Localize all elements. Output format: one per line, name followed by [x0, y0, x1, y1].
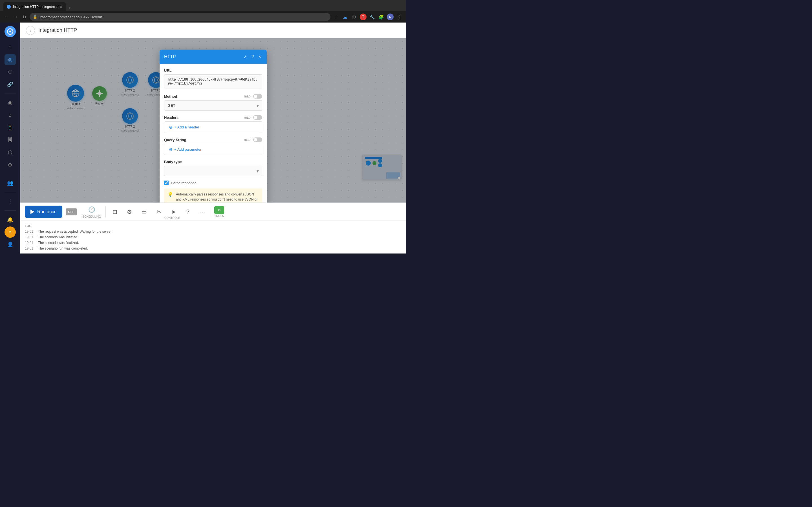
parse-response-label[interactable]: Parse response	[171, 181, 197, 185]
extension-icon-4[interactable]: 🔧	[369, 13, 375, 20]
tab-close-btn[interactable]: ×	[60, 4, 62, 9]
headers-map-label: map:	[244, 115, 252, 119]
sidebar-item-connections[interactable]: 🔗	[4, 79, 16, 90]
settings-icon[interactable]: ⚙	[125, 207, 134, 216]
reload-button[interactable]: ↻	[21, 13, 28, 21]
url-input[interactable]: http://188.166.206.43/MfB7F4pqcpyRrv0dKz…	[164, 74, 262, 89]
body-type-section: Body type Raw Form data Multipart/form-d…	[164, 160, 262, 176]
sidebar-item-team[interactable]: ⚇	[4, 66, 16, 78]
parse-response-checkbox[interactable]	[164, 180, 168, 185]
add-parameter-button[interactable]: ⊕ + Add parameter	[164, 144, 262, 155]
sidebar: ⌂ ◎ ⚇ 🔗 ◉ ⚷ 📱 🗄 ⬡ ⊕ 👥 ⋮ 🔔 ? 👤	[0, 22, 20, 253]
canvas-area[interactable]: HTTP 1 Make a request Router	[20, 38, 406, 203]
query-map-toggle: map:	[244, 137, 262, 142]
method-map-toggle: map:	[244, 94, 262, 99]
query-toggle-switch[interactable]	[253, 137, 262, 142]
extension-icon-2[interactable]: ⚙	[351, 13, 357, 20]
back-arrow-icon: ‹	[30, 28, 31, 33]
sidebar-item-home[interactable]: ⌂	[4, 42, 16, 53]
app-layout: ⌂ ◎ ⚇ 🔗 ◉ ⚷ 📱 🗄 ⬡ ⊕ 👥 ⋮ 🔔 ? 👤 ‹ Integrat…	[0, 22, 406, 253]
tools-section: ⚙ TOOLS	[214, 206, 224, 217]
cut-icon[interactable]: ✂	[154, 207, 163, 216]
new-tab-button[interactable]: +	[66, 5, 73, 11]
notes-icon[interactable]: ▭	[140, 207, 149, 216]
headers-label: Headers	[164, 115, 179, 120]
sidebar-item-globe[interactable]: ◉	[4, 97, 16, 108]
controls-run-btn: ➤	[169, 207, 178, 216]
more-icon[interactable]: ⋯	[198, 207, 207, 216]
run-once-button[interactable]: Run once	[25, 206, 62, 218]
extension-icon-3[interactable]: T	[360, 13, 366, 20]
sidebar-item-avatar[interactable]: 👤	[4, 239, 16, 250]
sidebar-item-data-stores[interactable]: 🗄	[4, 134, 16, 146]
lock-icon: 🔒	[33, 15, 37, 19]
query-label: Query String	[164, 138, 186, 142]
user-account-icon[interactable]: N	[387, 13, 394, 20]
parse-response-info-box: 💡 Automatically parses responses and con…	[164, 188, 262, 203]
tools-button[interactable]: ⚙	[214, 206, 224, 214]
sidebar-divider-2	[4, 192, 16, 192]
body-type-select-wrapper: Raw Form data Multipart/form-data	[164, 166, 262, 176]
active-tab[interactable]: Integration HTTP | Integromat ×	[3, 2, 66, 11]
parse-response-info-text: Automatically parses responses and conve…	[176, 192, 259, 203]
history-icon[interactable]: ⊡	[110, 207, 119, 216]
log-time-2: 19:01	[25, 235, 35, 239]
body-type-select[interactable]: Raw Form data Multipart/form-data	[164, 166, 262, 176]
extension-icon-5[interactable]: 🧩	[378, 13, 385, 20]
sidebar-bottom: 👥 ⋮ 🔔 ? 👤	[4, 177, 16, 250]
info-icon: 💡	[167, 192, 173, 203]
help-icon[interactable]: ?	[184, 207, 193, 216]
menu-icon[interactable]: ⋮	[396, 13, 403, 20]
run-once-label: Run once	[37, 209, 57, 214]
address-text: integromat.com/scenario/1955102/edit	[40, 15, 102, 19]
back-button[interactable]: ←	[3, 13, 10, 20]
sidebar-item-bell[interactable]: 🔔	[4, 214, 16, 225]
page-header: ‹ Integration HTTP	[20, 22, 406, 38]
sidebar-item-users[interactable]: 👥	[4, 177, 16, 189]
sidebar-item-devices[interactable]: 📱	[4, 122, 16, 133]
log-time-4: 19:01	[25, 246, 35, 250]
modal-help-button[interactable]: ?	[250, 53, 255, 61]
sidebar-item-variables[interactable]: ⊕	[4, 159, 16, 170]
sidebar-item-more[interactable]: ⋮	[4, 196, 16, 207]
method-select[interactable]: GET POST PUT DELETE PATCH	[164, 100, 262, 111]
parse-response-section: Parse response 💡 Automatically parses re…	[164, 180, 262, 203]
logo-icon	[7, 28, 13, 35]
log-entry-4: 19:01 The scenario run was completed.	[25, 245, 402, 251]
method-section: Method map: GET POST PUT	[164, 94, 262, 111]
method-toggle-switch[interactable]	[253, 94, 262, 99]
modal-expand-button[interactable]: ⤢	[242, 53, 248, 61]
tab-favicon	[7, 5, 11, 9]
scheduling-toggle[interactable]: OFF	[66, 208, 77, 216]
scheduling-section: 🕐 SCHEDULING	[83, 205, 101, 218]
sidebar-item-help[interactable]: ?	[4, 226, 16, 238]
sidebar-item-packages[interactable]: ⬡	[4, 147, 16, 158]
back-to-scenarios-button[interactable]: ‹	[26, 26, 35, 35]
modal-header: HTTP ⤢ ? ×	[160, 50, 267, 64]
main-content: ‹ Integration HTTP	[20, 22, 406, 253]
log-entry-3: 19:01 The scenario was finalized.	[25, 240, 402, 245]
play-icon	[31, 210, 35, 214]
sidebar-item-keys[interactable]: ⚷	[4, 110, 16, 121]
url-label: URL	[164, 68, 262, 73]
run-icon[interactable]: ➤	[169, 207, 178, 216]
sidebar-item-scenarios[interactable]: ◎	[4, 54, 16, 65]
controls-notes-btn: ▭	[140, 207, 149, 216]
app-logo[interactable]	[4, 26, 16, 37]
add-header-label: + Add a header	[174, 125, 199, 129]
help-btn: ?	[184, 207, 193, 216]
modal-close-button[interactable]: ×	[257, 53, 262, 61]
controls-history-btn: ⊡	[110, 207, 119, 216]
bookmark-icon[interactable]: ☆	[333, 13, 340, 20]
scheduling-icon-btn[interactable]: 🕐	[87, 205, 96, 214]
log-message-1: The request was accepted. Waiting for th…	[38, 230, 112, 233]
forward-button[interactable]: →	[12, 13, 19, 20]
log-area: LOG 19:01 The request was accepted. Wait…	[20, 221, 406, 253]
add-header-button[interactable]: ⊕ + Add a header	[164, 121, 262, 133]
controls-settings-btn: ⚙	[125, 207, 134, 216]
headers-toggle-switch[interactable]	[253, 115, 262, 120]
extension-icon-1[interactable]: ☁	[342, 13, 349, 20]
toggle-off-label: OFF	[66, 209, 77, 215]
http-modal: HTTP ⤢ ? × URL http://188.166.2	[160, 50, 267, 203]
address-bar[interactable]: 🔒 integromat.com/scenario/1955102/edit	[30, 13, 331, 21]
